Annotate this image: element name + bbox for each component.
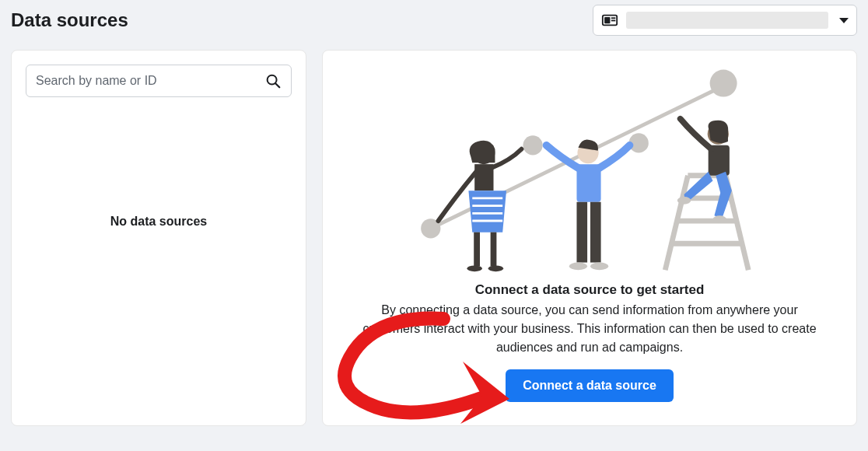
svg-point-36 bbox=[713, 215, 727, 223]
svg-rect-23 bbox=[576, 202, 587, 263]
account-name-redacted bbox=[626, 12, 828, 29]
content-area: No data sources bbox=[0, 42, 868, 437]
connect-panel: Connect a data source to get started By … bbox=[322, 50, 857, 426]
connect-data-source-button[interactable]: Connect a data source bbox=[506, 369, 674, 402]
svg-point-25 bbox=[569, 263, 587, 271]
account-selector-dropdown[interactable] bbox=[593, 5, 857, 36]
empty-state-text: No data sources bbox=[110, 215, 207, 229]
svg-line-5 bbox=[275, 83, 279, 87]
empty-state: No data sources bbox=[12, 111, 306, 425]
page-title: Data sources bbox=[11, 9, 128, 31]
search-input[interactable] bbox=[36, 74, 264, 88]
chevron-down-icon bbox=[839, 18, 849, 23]
connect-heading: Connect a data source to get started bbox=[475, 282, 705, 298]
search-box[interactable] bbox=[26, 65, 292, 97]
svg-point-20 bbox=[488, 265, 503, 271]
svg-point-26 bbox=[590, 263, 608, 271]
svg-rect-18 bbox=[491, 232, 497, 267]
connect-description: By connecting a data source, you can sen… bbox=[360, 301, 819, 357]
svg-rect-1 bbox=[604, 17, 610, 23]
page-header: Data sources bbox=[0, 0, 868, 42]
account-icon bbox=[601, 12, 618, 29]
connect-illustration bbox=[415, 58, 765, 278]
search-icon bbox=[264, 72, 282, 89]
svg-rect-2 bbox=[611, 17, 616, 19]
svg-rect-17 bbox=[474, 232, 480, 267]
svg-point-10 bbox=[710, 70, 737, 97]
search-wrapper bbox=[12, 51, 306, 111]
svg-rect-24 bbox=[590, 202, 601, 263]
svg-point-8 bbox=[523, 135, 542, 155]
svg-point-35 bbox=[677, 197, 691, 205]
svg-rect-3 bbox=[611, 20, 616, 22]
svg-point-19 bbox=[467, 265, 481, 271]
data-sources-list-panel: No data sources bbox=[11, 50, 306, 426]
